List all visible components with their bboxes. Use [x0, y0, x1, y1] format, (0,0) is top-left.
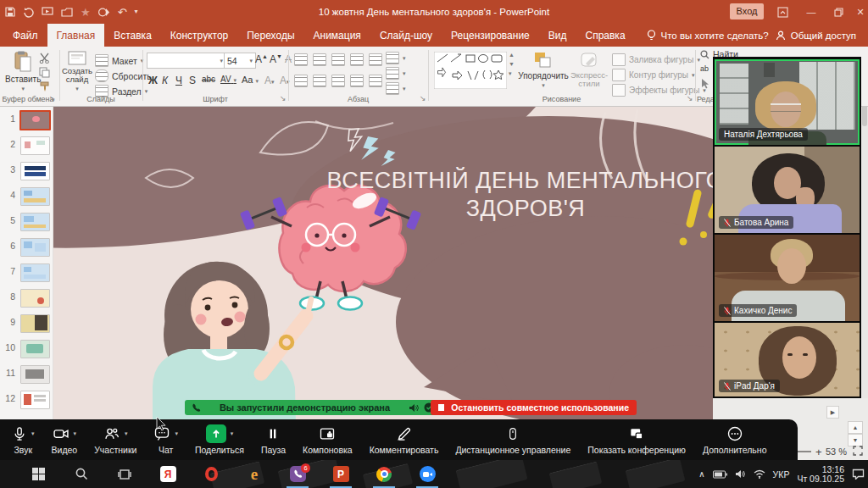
start-from-beginning-icon[interactable] — [98, 7, 110, 18]
thumbnail-item[interactable]: 10 — [0, 339, 53, 361]
start-button[interactable] — [29, 465, 47, 484]
justify-button[interactable] — [350, 75, 364, 87]
volume-icon[interactable] — [735, 469, 746, 479]
language-indicator[interactable]: УКР — [773, 469, 790, 480]
shapes-scroll-down[interactable]: ▼ — [509, 61, 515, 67]
thumbnail-item[interactable]: 1 — [0, 110, 53, 132]
open-folder-icon[interactable] — [61, 8, 73, 17]
audio-button[interactable]: ▾ Звук — [3, 424, 43, 455]
zoom-icon[interactable] — [418, 465, 437, 484]
stop-sharing-button[interactable]: Остановить совместное использование — [431, 400, 637, 415]
drawing-dialog-launcher[interactable]: ↘ — [687, 94, 693, 103]
increase-indent-button[interactable] — [350, 53, 364, 66]
paste-button[interactable]: Вставить ▾ — [5, 51, 41, 92]
share-button[interactable]: Общий доступ — [776, 24, 868, 47]
viber-icon[interactable]: 6 — [288, 465, 307, 484]
shape-outline-button[interactable]: Контур фигуры▾ — [612, 69, 694, 81]
powerpoint-icon[interactable]: P — [331, 465, 350, 484]
thumbnail-item[interactable]: 2 — [0, 136, 53, 158]
slide-title[interactable]: ВСЕСВІТНІЙ ДЕНЬ МЕНТАЛЬНОГО ЗДОРОВ'Я — [288, 167, 763, 223]
align-left-button[interactable] — [294, 75, 308, 87]
tab-view[interactable]: Вид — [539, 24, 576, 47]
thumbnail-item[interactable]: 8 — [0, 288, 53, 310]
annotate-button[interactable]: Комментировать — [361, 424, 448, 455]
pause-button[interactable]: Пауза — [253, 424, 294, 455]
chevron-down-icon[interactable]: ▾ — [31, 430, 35, 437]
task-view-button[interactable] — [115, 465, 134, 484]
tab-file[interactable]: Файл — [3, 24, 47, 47]
tray-expand-icon[interactable]: ∧ — [698, 469, 704, 479]
battery-icon[interactable] — [713, 470, 727, 479]
edge-icon[interactable]: e — [245, 465, 264, 484]
cut-button[interactable] — [39, 53, 50, 64]
font-size-combo[interactable]: 54▾ — [224, 53, 256, 69]
bold-button[interactable]: Ж — [148, 75, 158, 86]
customize-qat-icon[interactable]: ▾ — [135, 8, 138, 15]
select-button[interactable] — [701, 79, 709, 89]
text-direction-button[interactable]: ▾ — [386, 52, 406, 64]
character-spacing-button[interactable]: AV ▾ — [220, 75, 236, 84]
columns-button[interactable] — [369, 75, 382, 87]
numbering-button[interactable] — [313, 53, 326, 66]
font-dialog-launcher[interactable]: ↘ — [280, 94, 287, 103]
yandex-browser-icon[interactable]: Я — [159, 465, 177, 484]
speaker-icon[interactable] — [409, 403, 419, 413]
video-tile[interactable]: Наталія Дехтярьова — [715, 59, 860, 145]
fit-to-window-icon[interactable] — [853, 446, 863, 456]
tab-design[interactable]: Конструктор — [161, 24, 237, 47]
quick-styles-button[interactable]: Экспресс-стили — [570, 51, 609, 88]
thumbnail-item[interactable]: 11 — [0, 364, 53, 386]
action-center-icon[interactable] — [852, 469, 865, 480]
replace-button[interactable]: ab — [700, 64, 709, 73]
minimize-button[interactable]: — — [798, 0, 824, 24]
chevron-down-icon[interactable]: ▾ — [74, 430, 77, 437]
scroll-right-button[interactable]: ▶ — [826, 406, 839, 419]
copy-button[interactable] — [39, 67, 50, 78]
zoom-level[interactable]: 53 % — [826, 446, 847, 457]
chevron-down-icon[interactable]: ▾ — [125, 430, 128, 437]
change-case-button[interactable]: Aa ▾ — [242, 75, 259, 85]
tab-animations[interactable]: Анимация — [304, 24, 370, 47]
ribbon-display-options-button[interactable] — [770, 0, 795, 24]
align-text-button[interactable]: ▾ — [386, 67, 406, 80]
align-right-button[interactable] — [331, 75, 345, 87]
smartart-convert-button[interactable]: ▾ — [386, 82, 406, 95]
zoom-in-button[interactable]: + — [815, 446, 822, 458]
sign-in-button[interactable]: Вход — [730, 3, 764, 19]
close-button[interactable]: ✕ — [848, 0, 868, 24]
thumbnail-item[interactable]: 4 — [0, 186, 53, 208]
decrease-font-button[interactable]: A▼ — [270, 53, 282, 65]
shapes-more[interactable]: ▾ — [509, 70, 515, 77]
chevron-down-icon[interactable]: ▾ — [231, 430, 234, 437]
video-tile[interactable]: Батова Арина — [715, 147, 860, 233]
favorite-star-icon[interactable]: ★ — [81, 7, 91, 18]
opera-icon[interactable] — [202, 465, 220, 484]
line-spacing-button[interactable] — [369, 53, 382, 66]
underline-button[interactable]: Ч — [175, 75, 182, 86]
chrome-icon[interactable] — [375, 465, 393, 484]
shapes-scroll-up[interactable]: ▲ — [509, 52, 515, 58]
tab-transitions[interactable]: Переходы — [237, 24, 303, 47]
repeat-icon[interactable] — [23, 7, 34, 18]
decrease-indent-button[interactable] — [331, 53, 345, 66]
shapes-gallery[interactable] — [434, 52, 507, 89]
layout-view-button[interactable]: Компоновка — [294, 424, 361, 455]
video-tile[interactable]: iPad Дар'я — [715, 323, 860, 396]
taskbar-search-button[interactable] — [72, 465, 91, 484]
wifi-icon[interactable] — [754, 469, 765, 479]
slideshow-icon[interactable] — [42, 7, 53, 17]
italic-button[interactable]: К — [162, 75, 168, 86]
video-button[interactable]: ▾ Видео — [43, 424, 86, 455]
tab-insert[interactable]: Вставка — [104, 24, 161, 47]
clipboard-dialog-launcher[interactable]: ↘ — [49, 94, 56, 103]
increase-font-button[interactable]: A▲ — [255, 53, 268, 65]
show-meeting-button[interactable]: Показать конференцию — [579, 424, 694, 455]
scroll-up-button[interactable]: ▲ — [848, 421, 863, 434]
align-center-button[interactable] — [313, 75, 326, 87]
paragraph-dialog-launcher[interactable]: ↘ — [420, 94, 426, 103]
clock[interactable]: 13:16 Чт 09.10.25 — [797, 465, 844, 484]
format-painter-button[interactable] — [39, 81, 50, 92]
tab-review[interactable]: Рецензирование — [442, 24, 539, 47]
undo-icon[interactable]: ↶ — [118, 7, 127, 18]
new-slide-button[interactable]: Создать слайд ▾ — [63, 51, 92, 92]
